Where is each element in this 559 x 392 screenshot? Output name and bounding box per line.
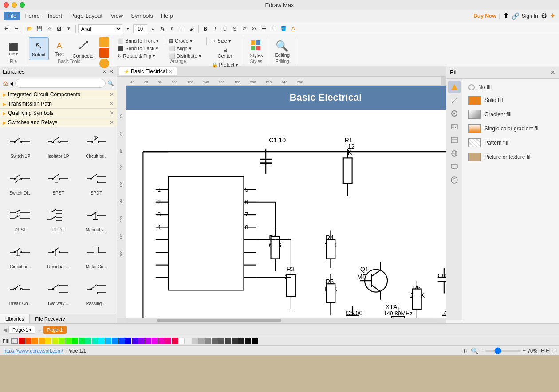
lib-ic-close[interactable]: ✕ <box>110 91 114 98</box>
symbol-dpdt[interactable]: DPDT <box>40 203 77 239</box>
symbol-breakco[interactable]: Break Co... <box>2 276 39 312</box>
symbol-switchdi[interactable]: Switch Di... <box>2 166 39 202</box>
font-size-up-btn[interactable]: ▴ <box>148 24 157 33</box>
chain-icon[interactable]: 🔗 <box>512 12 519 20</box>
tb-open[interactable]: 📂 <box>25 24 34 33</box>
font-size-down[interactable]: ▾ <box>123 24 132 33</box>
menu-symbols[interactable]: Symbols <box>127 12 157 20</box>
color-swatch-14[interactable] <box>112 338 118 344</box>
color-swatch-22[interactable] <box>165 338 171 344</box>
color-swatch-3[interactable] <box>39 338 45 344</box>
buy-now-link[interactable]: Buy Now <box>473 13 496 19</box>
font-size-input[interactable] <box>133 24 147 33</box>
color-swatch-21[interactable] <box>158 338 165 344</box>
copy-style[interactable]: 🖌 <box>187 24 196 33</box>
color-swatch-18[interactable] <box>138 338 145 344</box>
symbol-isolator1p[interactable]: Isolator 1P <box>40 129 77 165</box>
symbol-spst[interactable]: SPST <box>40 166 77 202</box>
edraw-icon[interactable]: ✦ <box>550 12 555 20</box>
color-swatch-19[interactable] <box>145 338 151 344</box>
font-selector[interactable]: Arial <box>78 24 122 33</box>
settings-icon[interactable]: ⚙ <box>541 12 547 20</box>
font-color-btn[interactable]: A̲ <box>289 24 298 33</box>
shape-cross[interactable]: ✕ <box>99 69 109 74</box>
fill-globe-icon[interactable] <box>448 147 461 160</box>
color-swatch-17[interactable] <box>132 338 138 344</box>
fill-color-btn[interactable]: 🪣 <box>279 24 288 33</box>
text-btn[interactable]: A Text <box>51 37 68 60</box>
symbol-switch1p[interactable]: Switch 1P <box>2 129 39 165</box>
status-url[interactable]: https://www.edrawsoft.com/ <box>4 348 63 353</box>
lib-qs-close[interactable]: ✕ <box>110 110 114 116</box>
color-swatch-4[interactable] <box>45 338 51 344</box>
lib-section-qs[interactable]: ▶ Qualifying Symbols ✕ <box>0 109 117 118</box>
fill-list-icon[interactable] <box>448 134 461 146</box>
send-to-back-btn[interactable]: ⬛ Send to Back ▾ <box>116 45 161 52</box>
lib-tab[interactable]: Libraries <box>0 314 30 323</box>
align-btn[interactable]: ⬜ Align ▾ <box>167 45 203 52</box>
fill-picture-option[interactable]: Picture or texture fill <box>466 151 555 163</box>
color-swatch-16[interactable] <box>125 338 131 344</box>
share-icon[interactable]: ⬆ <box>503 12 509 20</box>
page-nav-left[interactable]: ◀ <box>2 327 8 333</box>
menu-home[interactable]: Home <box>21 12 43 20</box>
fill-paint-icon[interactable] <box>448 81 461 93</box>
color-swatch-13[interactable] <box>105 338 111 344</box>
select-btn[interactable]: ↖ Select <box>29 37 49 60</box>
symbol-manuals[interactable]: Manual s... <box>78 203 115 239</box>
lib-section-tp[interactable]: ▶ Transmission Path ✕ <box>0 99 117 109</box>
color-swatch-12[interactable] <box>98 338 105 344</box>
color-swatch-2[interactable] <box>32 338 38 344</box>
h-scroll-thumb[interactable] <box>157 319 281 322</box>
editing-btn[interactable]: 🔍 Editing <box>272 37 292 60</box>
right-panel-close-btn[interactable]: ✕ <box>550 69 555 76</box>
home-icon[interactable]: 🏠 <box>3 81 8 86</box>
page-tab-1[interactable]: Page-1 ▾ <box>8 326 35 334</box>
color-swatch-30[interactable] <box>225 338 231 344</box>
menu-help[interactable]: Help <box>157 12 177 20</box>
view-zoom-icon[interactable]: 🔍 <box>471 347 478 354</box>
color-swatch-1[interactable] <box>25 338 31 344</box>
diagram-canvas[interactable]: C1 10 R1 12 K <box>126 110 446 318</box>
color-swatch-32[interactable] <box>238 338 244 344</box>
symbol-makeco[interactable]: Make Co... <box>78 239 115 275</box>
symbol-dpst[interactable]: DPST <box>2 203 39 239</box>
color-swatch-31[interactable] <box>232 338 238 344</box>
fill-dropper-icon[interactable] <box>448 107 461 120</box>
sub-btn[interactable]: X₂ <box>250 24 259 33</box>
nav-left-icon[interactable]: ◀ <box>10 81 13 86</box>
page-add-btn[interactable]: + <box>35 326 43 333</box>
h-scrollbar[interactable] <box>117 318 446 323</box>
italic-btn[interactable]: I <box>211 24 220 33</box>
color-swatch-23[interactable] <box>172 338 178 344</box>
fill-none-option[interactable]: No fill <box>466 82 555 92</box>
fill-single-gradient-option[interactable]: Single color gradient fill <box>466 122 555 135</box>
tb-btn-1[interactable]: ↩ <box>2 24 11 33</box>
fill-pattern-option[interactable]: Pattern fill <box>466 137 555 149</box>
color-swatch-29[interactable] <box>218 338 224 344</box>
color-swatch-6[interactable] <box>59 338 65 344</box>
view-fit-icon[interactable]: ⊡ <box>464 347 469 354</box>
rotate-flip-btn[interactable]: ↻ Rotate & Flip ▾ <box>116 52 161 59</box>
menu-insert[interactable]: Insert <box>44 12 66 20</box>
connector-btn[interactable]: Connector <box>70 37 98 60</box>
fill-image-icon[interactable] <box>448 121 461 133</box>
lib-tp-close[interactable]: ✕ <box>110 101 114 107</box>
fill-help-icon[interactable]: ? <box>448 174 461 186</box>
maximize-button[interactable] <box>20 2 25 8</box>
color-swatch-26[interactable] <box>198 338 205 344</box>
no-fill-swatch[interactable] <box>11 338 18 344</box>
color-swatch-white[interactable] <box>178 338 185 344</box>
zoom-slider[interactable] <box>485 350 521 352</box>
font-shrink[interactable]: A <box>168 24 177 33</box>
page-tab-1-arrow[interactable]: ▾ <box>29 328 31 332</box>
lib-sr-close[interactable]: ✕ <box>110 119 114 125</box>
color-swatch-9[interactable] <box>79 338 85 344</box>
shape-rect[interactable] <box>99 37 109 47</box>
color-swatch-20[interactable] <box>152 338 158 344</box>
color-swatch-33[interactable] <box>245 338 251 344</box>
fill-brush-icon[interactable] <box>448 94 461 106</box>
symbol-circuitbr2[interactable]: Circuit br... <box>2 239 39 275</box>
shape-rect2[interactable] <box>99 48 109 58</box>
lib-section-sr[interactable]: ▶ Switches and Relays ✕ <box>0 118 117 127</box>
